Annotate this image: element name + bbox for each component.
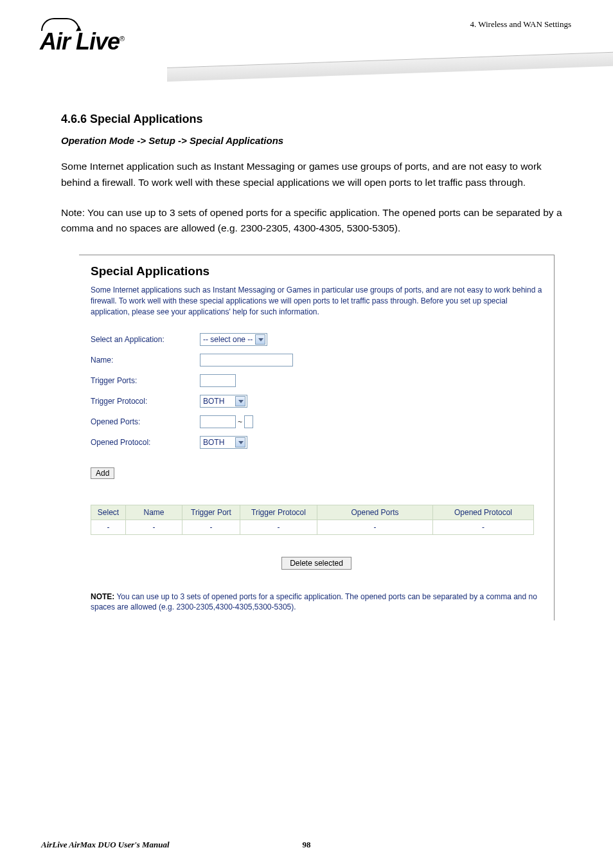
add-button[interactable]: Add	[91, 467, 114, 479]
trigger-protocol-label: Trigger Protocol:	[91, 397, 200, 406]
th-name: Name	[126, 505, 182, 520]
note-body: You can use up to 3 sets of opened ports…	[91, 592, 537, 612]
name-label: Name:	[91, 356, 200, 365]
note-bold: NOTE:	[91, 592, 114, 601]
cell-opened-ports: -	[317, 520, 433, 534]
tilde-separator: ~	[238, 417, 242, 426]
breadcrumb-path: Operation Mode -> Setup -> Special Appli…	[61, 135, 572, 146]
opened-protocol-value: BOTH	[203, 438, 224, 447]
trigger-protocol-value: BOTH	[203, 397, 224, 406]
cell-opened-protocol: -	[433, 520, 534, 534]
trigger-ports-label: Trigger Ports:	[91, 376, 200, 385]
name-input[interactable]	[200, 354, 293, 366]
intro-paragraph: Some Internet application such as Instan…	[61, 159, 572, 191]
logo-text: Air Live®	[40, 28, 124, 55]
chevron-down-icon	[255, 334, 265, 345]
panel-description: Some Internet applications such as Insta…	[91, 285, 542, 317]
applications-table: Select Name Trigger Port Trigger Protoco…	[91, 505, 534, 535]
section-heading: 4.6.6 Special Applications	[61, 113, 572, 126]
select-app-dropdown[interactable]: -- select one --	[200, 333, 267, 346]
trigger-protocol-dropdown[interactable]: BOTH	[200, 395, 247, 408]
opened-ports-from-input[interactable]	[200, 415, 236, 428]
chevron-down-icon	[235, 396, 245, 406]
th-opened-protocol: Opened Protocol	[433, 505, 534, 520]
cell-select: -	[91, 520, 126, 534]
opened-ports-to-input[interactable]	[244, 415, 253, 428]
logo-arc-icon	[41, 18, 80, 31]
footer-manual-title: AirLive AirMax DUO User's Manual	[41, 840, 170, 850]
th-opened-ports: Opened Ports	[317, 505, 433, 520]
table-row: - - - - - -	[91, 520, 534, 534]
th-trigger-protocol: Trigger Protocol	[240, 505, 317, 520]
delete-selected-button[interactable]: Delete selected	[281, 557, 351, 570]
select-app-value: -- select one --	[203, 335, 253, 344]
opened-ports-label: Opened Ports:	[91, 417, 200, 426]
opened-protocol-dropdown[interactable]: BOTH	[200, 436, 247, 449]
chapter-label: 4. Wireless and WAN Settings	[470, 19, 571, 30]
th-select: Select	[91, 505, 126, 520]
settings-screenshot: Special Applications Some Internet appli…	[79, 255, 555, 620]
opened-protocol-label: Opened Protocol:	[91, 438, 200, 447]
note-text: NOTE: You can use up to 3 sets of opened…	[91, 592, 542, 613]
panel-title: Special Applications	[91, 264, 542, 278]
note-paragraph: Note: You can use up to 3 sets of opened…	[61, 205, 572, 237]
brand-logo: Air Live®	[40, 18, 124, 55]
cell-trigger-protocol: -	[240, 520, 317, 534]
th-trigger-port: Trigger Port	[182, 505, 240, 520]
chevron-down-icon	[235, 437, 245, 448]
cell-trigger-port: -	[182, 520, 240, 534]
header-decoration	[167, 68, 613, 100]
table-header-row: Select Name Trigger Port Trigger Protoco…	[91, 505, 534, 520]
select-app-label: Select an Application:	[91, 335, 200, 344]
trigger-ports-input[interactable]	[200, 374, 236, 387]
cell-name: -	[126, 520, 182, 534]
page-number: 98	[303, 840, 311, 850]
